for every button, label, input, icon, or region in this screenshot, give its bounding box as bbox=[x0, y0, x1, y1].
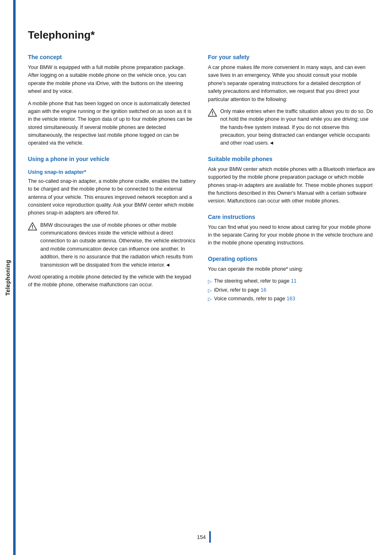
snap-in-para1: The so-called snap-in adapter, a mobile … bbox=[28, 177, 196, 217]
operating-options-list: ▷ The steering wheel, refer to page 11 ▷… bbox=[208, 277, 376, 303]
svg-text:!: ! bbox=[212, 111, 213, 116]
snap-in-sub-heading: Using snap-in adapter* bbox=[28, 169, 196, 175]
two-column-layout: The concept Your BMW is equipped with a … bbox=[28, 54, 376, 306]
svg-text:!: ! bbox=[32, 224, 33, 230]
bullet-arrow-2: ▷ bbox=[208, 287, 212, 295]
the-concept-para2: A mobile phone that has been logged on o… bbox=[28, 100, 196, 147]
left-column: The concept Your BMW is equipped with a … bbox=[28, 54, 196, 306]
voice-text: Voice commands, refer to page bbox=[214, 296, 286, 302]
bullet-arrow-1: ▷ bbox=[208, 278, 212, 286]
suitable-phones-heading: Suitable mobile phones bbox=[208, 156, 376, 162]
the-concept-heading: The concept bbox=[28, 54, 196, 60]
warning-icon-2: ! bbox=[208, 108, 217, 117]
warning-icon-1: ! bbox=[28, 222, 37, 231]
bullet-arrow-3: ▷ bbox=[208, 295, 212, 303]
sidebar-label: Telephoning bbox=[5, 260, 11, 296]
for-your-safety-heading: For your safety bbox=[208, 54, 376, 60]
right-column: For your safety A car phone makes life m… bbox=[208, 54, 376, 306]
list-item-idrive: ▷ iDrive, refer to page 16 bbox=[208, 286, 376, 295]
main-content: Telephoning* The concept Your BMW is equ… bbox=[16, 0, 392, 555]
warning-box-1: ! BMW discourages the use of mobile phon… bbox=[28, 221, 196, 269]
page-footer-bar bbox=[209, 531, 211, 543]
suitable-phones-para1: Ask your BMW center which mobile phones … bbox=[208, 166, 376, 205]
warning-text-1: BMW discourages the use of mobile phones… bbox=[40, 221, 196, 269]
list-item-text-2: iDrive, refer to page 16 bbox=[214, 286, 266, 294]
page-number: 154 bbox=[197, 534, 206, 540]
voice-link[interactable]: 163 bbox=[286, 296, 295, 302]
list-item-text-3: Voice commands, refer to page 163 bbox=[214, 295, 295, 303]
idrive-text: iDrive, refer to page bbox=[214, 287, 261, 293]
warning-text-2: Only make entries when the traffic situa… bbox=[220, 108, 376, 147]
operating-options-heading: Operating options bbox=[208, 256, 376, 262]
for-your-safety-para1: A car phone makes life more convenient i… bbox=[208, 64, 376, 104]
list-item-steering-wheel: ▷ The steering wheel, refer to page 11 bbox=[208, 277, 376, 286]
list-item-text-1: The steering wheel, refer to page 11 bbox=[214, 277, 297, 285]
warning-box-2: ! Only make entries when the traffic sit… bbox=[208, 108, 376, 147]
care-instructions-heading: Care instructions bbox=[208, 214, 376, 220]
page-footer: 154 bbox=[197, 531, 211, 543]
the-concept-para1: Your BMW is equipped with a full mobile … bbox=[28, 64, 196, 96]
care-instructions-para1: You can find what you need to know about… bbox=[208, 223, 376, 247]
page-title: Telephoning* bbox=[28, 29, 376, 41]
steering-wheel-text: The steering wheel, refer to page bbox=[214, 278, 291, 284]
using-phone-heading: Using a phone in your vehicle bbox=[28, 156, 196, 162]
steering-wheel-link[interactable]: 11 bbox=[291, 278, 297, 284]
sidebar-tab: Telephoning bbox=[0, 0, 16, 555]
idrive-link[interactable]: 16 bbox=[261, 287, 266, 293]
snap-in-para2: Avoid operating a mobile phone detected … bbox=[28, 273, 196, 289]
operating-options-intro: You can operate the mobile phone* using: bbox=[208, 265, 376, 273]
page-container: Telephoning Telephoning* The concept You… bbox=[0, 0, 392, 555]
list-item-voice: ▷ Voice commands, refer to page 163 bbox=[208, 295, 376, 303]
